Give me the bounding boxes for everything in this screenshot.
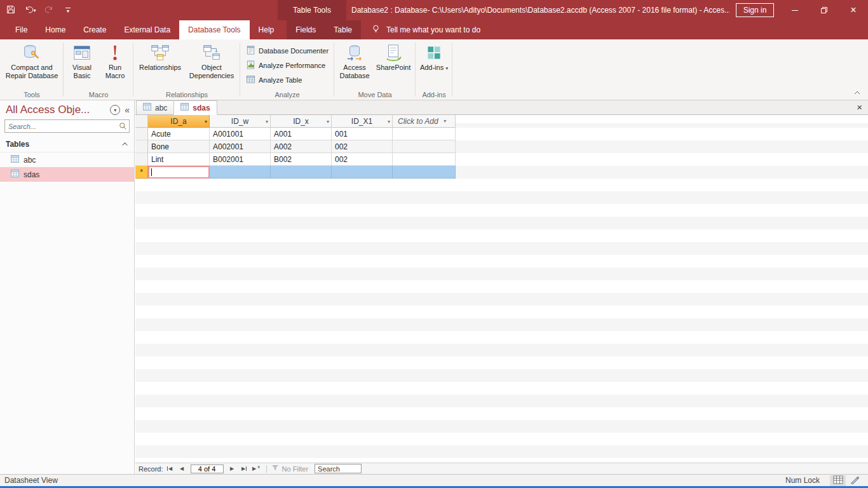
search-icon — [119, 122, 127, 132]
select-all-cell[interactable] — [135, 115, 148, 128]
sign-in-button[interactable]: Sign in — [736, 3, 774, 17]
ribbon-tab-fields[interactable]: Fields — [287, 20, 325, 39]
cell[interactable]: A002001 — [210, 140, 271, 153]
nav-pane-menu-button[interactable]: ▾ — [110, 105, 120, 115]
nav-item-label: abc — [24, 156, 36, 165]
collapse-ribbon-button[interactable] — [854, 87, 860, 97]
ribbon-tab-create[interactable]: Create — [74, 20, 115, 39]
first-record-button[interactable]: ◀ — [165, 464, 175, 473]
chevron-down-icon[interactable]: ▾ — [327, 119, 329, 125]
table-icon — [180, 103, 189, 112]
relationships-icon — [150, 43, 170, 63]
restore-button[interactable] — [810, 0, 839, 20]
relationships-button[interactable]: Relationships — [135, 41, 185, 72]
save-icon — [6, 5, 15, 16]
ribbon-tab-table[interactable]: Table — [325, 20, 361, 39]
add-ins-button[interactable]: Add-ins ▾ — [417, 41, 451, 72]
database-documenter-button[interactable]: Database Documenter — [242, 44, 332, 57]
cell[interactable]: A001001 — [210, 128, 271, 140]
button-label: Database Documenter — [259, 47, 329, 55]
nav-group-tables[interactable]: Tables — [0, 136, 134, 152]
analyze-table-button[interactable]: Analyze Table — [242, 73, 332, 86]
cell[interactable]: Acute — [148, 128, 210, 140]
next-record-button[interactable]: ▶ — [227, 464, 238, 473]
row-selector[interactable] — [135, 153, 148, 166]
table-icon — [143, 103, 151, 112]
datasheet-view-button[interactable] — [830, 475, 846, 486]
button-label: Add-ins ▾ — [420, 64, 448, 72]
access-database-button[interactable]: Access Database — [336, 41, 373, 80]
save-button[interactable] — [5, 3, 17, 17]
active-edit-cell[interactable] — [148, 166, 210, 179]
column-header-id-x1[interactable]: ID_X1▾ — [332, 115, 393, 128]
chevron-up-icon — [854, 87, 860, 97]
previous-record-button[interactable]: ◀ — [177, 464, 187, 473]
nav-search-input[interactable] — [4, 119, 130, 133]
no-filter-button[interactable]: No Filter — [271, 464, 309, 473]
row-selector[interactable] — [135, 140, 148, 153]
minimize-icon — [792, 10, 798, 11]
tell-me-box[interactable]: Tell me what you want to do — [371, 20, 480, 39]
group-label-tools: Tools — [0, 91, 64, 98]
cell[interactable]: 002 — [332, 153, 393, 166]
document-close-button[interactable]: × — [857, 102, 862, 112]
cell[interactable]: A002 — [271, 140, 332, 153]
document-area: abc sdas × ID_a▾ ID_w▾ ID_x▾ ID_X1▾ Clic… — [135, 100, 868, 474]
click-to-add-header[interactable]: Click to Add▾ — [393, 115, 456, 128]
minimize-button[interactable] — [780, 0, 810, 20]
column-header-id-x[interactable]: ID_x▾ — [271, 115, 332, 128]
redo-button[interactable] — [43, 3, 55, 17]
new-record-button[interactable]: ▶* — [251, 464, 262, 473]
selected-cell[interactable] — [271, 166, 332, 179]
selected-cell[interactable] — [332, 166, 393, 179]
ribbon-tab-help[interactable]: Help — [250, 20, 283, 39]
visual-basic-icon — [72, 43, 92, 63]
close-button[interactable]: × — [839, 0, 868, 20]
cell[interactable]: Bone — [148, 140, 210, 153]
ribbon-group-analyze: Database Documenter Analyze Performance … — [240, 39, 334, 100]
cell[interactable] — [393, 128, 456, 140]
record-position-input[interactable] — [191, 464, 224, 473]
chevron-down-icon[interactable]: ▾ — [205, 119, 207, 125]
ribbon-tab-database-tools[interactable]: Database Tools — [179, 20, 250, 39]
document-tab-abc[interactable]: abc — [136, 100, 174, 114]
cell[interactable] — [393, 153, 456, 166]
new-record-selector[interactable]: * — [135, 166, 148, 179]
last-record-button[interactable]: ▶ — [239, 464, 250, 473]
ribbon-tab-file[interactable]: File — [6, 20, 36, 39]
customize-qat-button[interactable]: ▾ — [62, 3, 74, 17]
document-tab-sdas[interactable]: sdas — [173, 100, 217, 115]
ribbon-tab-external-data[interactable]: External Data — [115, 20, 179, 39]
compact-repair-button[interactable]: Compact and Repair Database — [2, 41, 62, 80]
record-search-input[interactable] — [315, 464, 362, 473]
chevron-down-icon[interactable]: ▾ — [266, 119, 268, 125]
column-header-id-a[interactable]: ID_a▾ — [148, 115, 210, 128]
cell[interactable]: Lint — [148, 153, 210, 166]
selected-cell[interactable] — [210, 166, 271, 179]
cell[interactable] — [393, 140, 456, 153]
analyze-performance-button[interactable]: Analyze Performance — [242, 58, 332, 72]
undo-button[interactable]: ▾ — [24, 3, 36, 17]
sharepoint-button[interactable]: SharePoint — [373, 41, 414, 72]
run-macro-button[interactable]: Run Macro — [98, 41, 132, 80]
column-header-id-w[interactable]: ID_w▾ — [210, 115, 271, 128]
cell[interactable]: B002001 — [210, 153, 271, 166]
selected-cell[interactable] — [393, 166, 456, 179]
row-selector[interactable] — [135, 128, 148, 140]
design-view-button[interactable] — [847, 475, 863, 486]
nav-item-sdas[interactable]: sdas — [0, 167, 134, 182]
visual-basic-button[interactable]: Visual Basic — [65, 41, 98, 80]
nav-pane-collapse-button[interactable]: « — [125, 105, 130, 114]
undo-icon — [24, 5, 34, 16]
cell[interactable]: A001 — [271, 128, 332, 140]
next-record-icon: ▶ — [230, 466, 234, 471]
cell[interactable]: B002 — [271, 153, 332, 166]
object-dependencies-button[interactable]: Object Dependencies — [185, 41, 238, 80]
chevron-down-icon[interactable]: ▾ — [388, 119, 390, 125]
database-documenter-icon — [246, 45, 255, 57]
cell[interactable]: 001 — [332, 128, 393, 140]
access-database-icon — [345, 43, 364, 63]
cell[interactable]: 002 — [332, 140, 393, 153]
nav-item-abc[interactable]: abc — [0, 152, 134, 167]
ribbon-tab-home[interactable]: Home — [36, 20, 74, 39]
